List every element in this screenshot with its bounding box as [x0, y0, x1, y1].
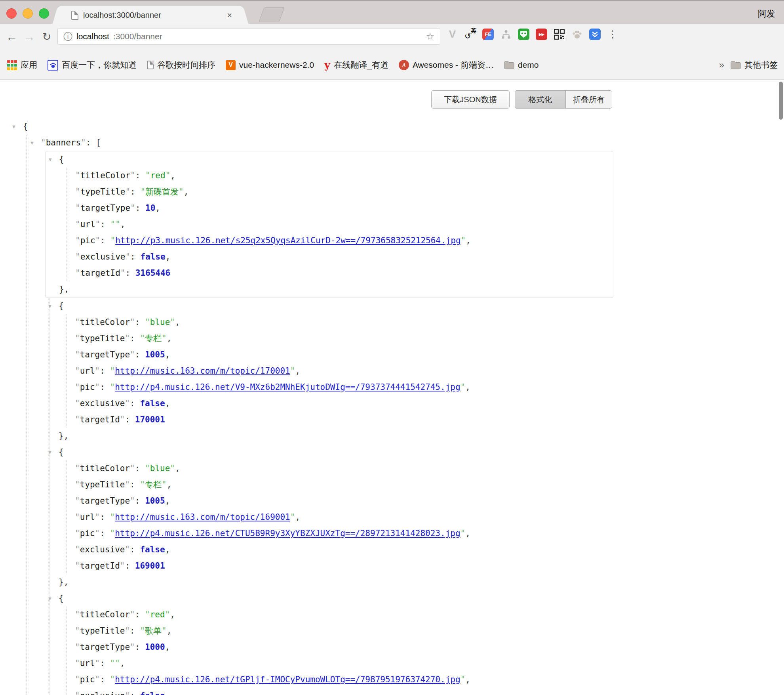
- json-token: {: [59, 301, 64, 311]
- json-token: ": [120, 415, 125, 424]
- bookmark-star-icon[interactable]: ☆: [426, 32, 434, 41]
- vertical-scrollbar-thumb[interactable]: [779, 82, 783, 120]
- json-object-open: ▼{: [50, 151, 613, 168]
- json-prop-url: "url": "http://music.163.com/m/topic/170…: [67, 363, 613, 379]
- collapse-toggle-icon[interactable]: ▼: [12, 118, 15, 135]
- collapse-toggle-icon[interactable]: ▼: [48, 590, 51, 607]
- json-array-element: ▼{"titleColor": "red","typeTitle": "歌单",…: [49, 590, 613, 695]
- collapse-toggle-icon[interactable]: ▼: [49, 151, 52, 168]
- active-tab[interactable]: localhost:3000/banner ×: [59, 6, 242, 25]
- json-viewer: ▼{▼"banners": [▼{"titleColor": "red","ty…: [0, 118, 613, 695]
- back-button[interactable]: ←: [3, 24, 21, 50]
- tab-close-icon[interactable]: ×: [225, 10, 234, 21]
- json-token: ": [130, 642, 135, 652]
- collapse-toggle-icon[interactable]: ▼: [48, 444, 51, 460]
- json-url-link[interactable]: http://p4.music.126.net/CTU5B9R9y3XyYBZX…: [115, 529, 460, 538]
- json-token: ": [75, 334, 80, 343]
- profile-name[interactable]: 阿发: [758, 8, 775, 20]
- json-token: ": [95, 512, 100, 522]
- bookmark-awesomes[interactable]: A Awesomes - 前端资…: [399, 59, 494, 71]
- page-info-icon[interactable]: ⓘ: [63, 32, 72, 41]
- json-token: :: [135, 171, 145, 180]
- json-token: ": [170, 317, 175, 327]
- json-token: ": [110, 366, 115, 376]
- json-token: ,: [120, 659, 125, 668]
- json-key: titleColor: [80, 464, 130, 473]
- json-token: [: [96, 138, 101, 147]
- extensions-row: V 英 ↺ FE ▶▶ ⋮: [447, 29, 618, 40]
- tampermonkey-extension-icon[interactable]: [518, 29, 529, 40]
- json-url-link[interactable]: http://music.163.com/m/topic/169001: [115, 512, 290, 522]
- json-url-link[interactable]: http://p3.music.126.net/s25q2x5QyqsAzilC…: [115, 236, 461, 245]
- json-array-element: ▼{"titleColor": "red","typeTitle": "新碟首发…: [46, 151, 613, 298]
- other-bookmarks-folder[interactable]: 其他书签: [731, 59, 778, 71]
- bookmark-apps[interactable]: 应用: [7, 59, 37, 71]
- json-token: ": [75, 203, 80, 213]
- video-downloader-extension-icon[interactable]: ▶▶: [536, 29, 547, 40]
- json-token: ": [130, 317, 135, 327]
- json-number-value: 1005: [145, 496, 165, 506]
- zoom-window-button[interactable]: [39, 8, 49, 19]
- close-window-button[interactable]: [6, 8, 17, 19]
- collapse-all-button[interactable]: 折叠所有: [566, 91, 612, 108]
- json-token: ": [130, 203, 135, 213]
- collapse-toggle-icon[interactable]: ▼: [48, 298, 51, 314]
- proxy-extension-icon[interactable]: [589, 29, 601, 40]
- translate-extension-icon[interactable]: 英 ↺: [464, 29, 476, 40]
- json-token: :: [135, 610, 145, 619]
- json-key: exclusive: [80, 399, 125, 408]
- json-token: ,: [465, 675, 470, 684]
- bookmark-google-sort[interactable]: 谷歌按时间排序: [147, 59, 215, 71]
- qr-code-extension-icon[interactable]: [554, 29, 565, 40]
- json-token: ": [125, 545, 130, 554]
- json-token: ": [75, 626, 80, 636]
- download-json-button[interactable]: 下载JSON数据: [431, 90, 510, 109]
- json-object-close: },: [49, 574, 613, 590]
- json-token: :: [130, 252, 140, 262]
- bookmark-baidu[interactable]: 百度一下，你就知道: [48, 59, 137, 71]
- json-key: pic: [80, 236, 95, 245]
- json-prop-exclusive: "exclusive": false,: [67, 542, 613, 558]
- json-url-link[interactable]: http://music.163.com/m/topic/170001: [115, 366, 290, 376]
- browser-menu-icon[interactable]: ⋮: [607, 29, 618, 40]
- json-token: ,: [120, 220, 126, 229]
- json-token: :: [100, 220, 110, 229]
- json-prop-exclusive: "exclusive": false,: [67, 395, 613, 412]
- json-token: ,: [170, 171, 175, 180]
- bookmarks-overflow-chevron[interactable]: »: [719, 59, 724, 71]
- paw-extension-icon[interactable]: [571, 29, 583, 40]
- bookmark-label: 应用: [21, 59, 37, 71]
- json-token: ": [162, 334, 167, 343]
- json-prop-url: "url": "http://music.163.com/m/topic/169…: [67, 509, 613, 525]
- json-url-link[interactable]: http://p4.music.126.net/V9-MXz6b2MNhEKju…: [115, 382, 460, 392]
- fe-extension-icon[interactable]: FE: [482, 29, 494, 40]
- json-token: :: [135, 642, 145, 652]
- json-key: url: [80, 512, 95, 522]
- collapse-toggle-icon[interactable]: ▼: [30, 135, 34, 151]
- minimize-window-button[interactable]: [23, 8, 33, 19]
- json-token: ": [75, 366, 80, 376]
- json-token: ": [165, 610, 170, 619]
- json-prop-targetType: "targetType": 1005,: [67, 347, 613, 363]
- reload-button[interactable]: ↻: [38, 24, 55, 50]
- json-token: ": [125, 187, 130, 197]
- format-button[interactable]: 格式化: [515, 91, 566, 108]
- address-bar[interactable]: ⓘ localhost:3000/banner ☆: [57, 28, 440, 45]
- json-token: ": [166, 171, 171, 180]
- bookmark-youdao-translate[interactable]: y 在线翻译_有道: [324, 59, 388, 71]
- new-tab-button[interactable]: [259, 7, 285, 22]
- json-token: ": [140, 187, 145, 197]
- json-prop-typeTitle: "typeTitle": "专栏",: [67, 330, 613, 347]
- json-number-value: false: [140, 399, 165, 408]
- vue-devtools-extension-icon[interactable]: V: [447, 29, 458, 40]
- json-object-open: ▼{: [49, 590, 613, 607]
- json-token: ": [130, 496, 135, 506]
- json-token: :: [86, 138, 96, 147]
- org-chart-extension-icon[interactable]: [500, 29, 512, 40]
- json-token: ,: [165, 350, 170, 359]
- bookmark-folder-demo[interactable]: demo: [504, 60, 539, 70]
- json-token: ": [162, 626, 167, 636]
- json-token: ": [125, 252, 130, 262]
- json-url-link[interactable]: http://p4.music.126.net/tGPljf-IMOCyPvum…: [115, 675, 460, 684]
- bookmark-vue-hackernews[interactable]: V vue-hackernews-2.0: [226, 60, 314, 70]
